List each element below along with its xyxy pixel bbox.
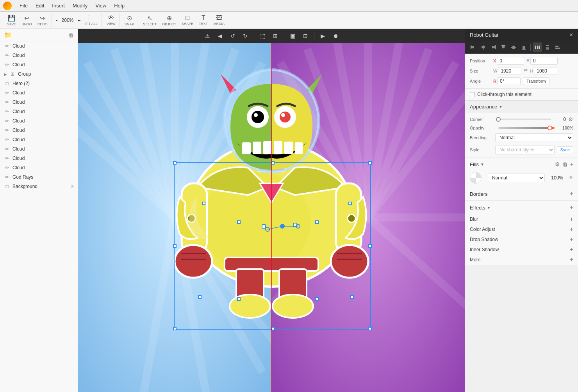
svg-rect-77 xyxy=(471,46,474,48)
fills-settings-icon[interactable]: ⚙ xyxy=(555,161,560,167)
view-button[interactable]: 👁 VIEW xyxy=(104,13,118,27)
zoom-minus-button[interactable]: - xyxy=(54,16,59,24)
zoom-plus-button[interactable]: + xyxy=(76,16,82,24)
position-section: Position X Y Size W xyxy=(465,54,578,89)
fills-chevron[interactable]: ▼ xyxy=(480,162,484,167)
layer-item[interactable]: ✏ Cloud xyxy=(0,163,78,172)
layer-item[interactable]: ✏ Cloud xyxy=(0,98,78,107)
canvas-play-button[interactable]: ▶ xyxy=(318,30,328,41)
layer-item[interactable]: ✏ Cloud xyxy=(0,135,78,144)
layer-item[interactable]: ✏ Cloud xyxy=(0,154,78,163)
canvas-redo-button[interactable]: ↻ xyxy=(240,30,251,41)
click-through-label: Click-through this element xyxy=(477,92,532,97)
canvas-frame-button[interactable]: ⬚ xyxy=(257,30,268,41)
select-button[interactable]: ↖ SELECT xyxy=(141,13,159,28)
layer-item[interactable]: ✏ Cloud xyxy=(0,126,78,135)
canvas-warning-button[interactable]: ⚠ xyxy=(202,30,213,41)
layer-pen-icon: ✏ xyxy=(4,43,10,49)
borders-add-button[interactable]: + xyxy=(570,190,573,197)
fills-delete-icon[interactable]: 🗑 xyxy=(562,161,568,167)
more-label: More xyxy=(470,257,480,263)
canvas-back-button[interactable]: ◀ xyxy=(215,30,226,41)
fill-mode-select[interactable]: Normal xyxy=(488,174,545,182)
width-field[interactable] xyxy=(498,67,521,75)
layer-item[interactable]: ✏ Cloud xyxy=(0,51,78,60)
undo-button[interactable]: ↩ UNDO xyxy=(19,13,34,28)
align-right-btn[interactable] xyxy=(489,43,498,52)
layer-background-item[interactable]: □ X Background ⊘ xyxy=(0,182,78,191)
align-center-v-btn[interactable] xyxy=(509,43,518,52)
redo-button[interactable]: ↪ REDO xyxy=(35,13,50,28)
effects-add-button[interactable]: + xyxy=(570,204,573,211)
layer-folder-icon[interactable]: 📁 xyxy=(4,31,12,39)
layer-pen-icon: ✏ xyxy=(4,90,10,96)
align-option-btn[interactable] xyxy=(553,43,562,52)
layer-item[interactable]: ✏ Cloud xyxy=(0,116,78,126)
canvas-grid-button[interactable]: ⊞ xyxy=(270,30,281,41)
canvas-layout-button[interactable]: ▣ xyxy=(287,30,298,41)
layer-hero-item[interactable]: □ Hero (2) xyxy=(0,79,78,88)
menu-view[interactable]: View xyxy=(92,2,109,9)
blur-add-button[interactable]: + xyxy=(570,216,573,223)
more-add-button[interactable]: + xyxy=(570,256,573,263)
angle-field[interactable] xyxy=(497,77,521,85)
fit-all-button[interactable]: ⛶ FIT ALL xyxy=(83,13,100,27)
canvas-area[interactable]: ⚠ ◀ ↺ ↻ ⬚ ⊞ ▣ ⊡ ▶ ⏺ xyxy=(78,29,465,392)
layer-vis-icon[interactable]: ⊘ xyxy=(70,184,74,189)
svg-rect-64 xyxy=(263,141,272,154)
canvas-export-button[interactable]: ⊡ xyxy=(300,30,311,41)
appearance-section-header[interactable]: Appearance ▼ xyxy=(465,101,578,113)
color-adjust-add-button[interactable]: + xyxy=(570,226,573,233)
drop-shadow-add-button[interactable]: + xyxy=(570,236,573,243)
save-button[interactable]: 💾 SAVE xyxy=(5,13,18,28)
close-button[interactable]: ✕ xyxy=(569,32,573,38)
canvas-record-button[interactable]: ⏺ xyxy=(330,30,341,41)
y-field[interactable] xyxy=(530,57,558,65)
style-select[interactable]: No shared styles xyxy=(495,145,555,154)
layer-delete-button[interactable]: 🗑 xyxy=(68,32,74,38)
distribute-h-btn[interactable] xyxy=(533,43,542,52)
fill-color-preview[interactable] xyxy=(470,172,482,184)
layer-item[interactable]: ✏ Cloud xyxy=(0,88,78,98)
canvas-undo-button[interactable]: ↺ xyxy=(227,30,238,41)
layer-item[interactable]: ✏ Cloud xyxy=(0,107,78,116)
height-field[interactable] xyxy=(534,67,557,75)
sync-button[interactable]: Sync xyxy=(557,146,573,153)
inner-shadow-add-button[interactable]: + xyxy=(570,246,573,253)
opacity-slider[interactable] xyxy=(498,127,555,129)
blending-select[interactable]: Normal Multiply Screen xyxy=(495,133,573,142)
layer-group-icon: ⊞ xyxy=(9,71,16,77)
borders-section: Borders + xyxy=(465,187,578,201)
layer-item[interactable]: ✏ Cloud xyxy=(0,60,78,69)
distribute-v-btn[interactable] xyxy=(543,43,552,52)
undo-icon: ↩ xyxy=(24,14,29,22)
layer-group-item[interactable]: ▶ ⊞ Group xyxy=(0,69,78,79)
align-bottom-btn[interactable] xyxy=(519,43,528,52)
menu-insert[interactable]: Insert xyxy=(49,2,68,9)
fills-add-icon[interactable]: + xyxy=(570,161,573,167)
click-through-checkbox[interactable] xyxy=(470,92,475,97)
media-button[interactable]: 🖼 MEDIA xyxy=(211,13,227,27)
menu-edit[interactable]: Edit xyxy=(32,2,47,9)
layer-god-rays-item[interactable]: ✏ God Rays xyxy=(0,172,78,182)
snap-button[interactable]: ⊙ SNAP xyxy=(122,13,137,28)
link-icon[interactable]: ⇌ xyxy=(524,67,528,75)
transform-button[interactable]: Transform xyxy=(523,77,549,85)
align-top-btn[interactable] xyxy=(499,43,508,52)
align-left-btn[interactable] xyxy=(468,43,478,52)
object-button[interactable]: ⊕ OBJECT xyxy=(160,13,178,28)
menu-modify[interactable]: Modify xyxy=(70,2,91,9)
corner-settings-icon[interactable]: ⚙ xyxy=(568,116,573,122)
menu-file[interactable]: File xyxy=(16,2,31,9)
layer-item[interactable]: ✏ Cloud xyxy=(0,144,78,154)
shape-button[interactable]: □ SHAPE xyxy=(179,13,196,27)
fill-visibility-toggle[interactable]: 👁 xyxy=(569,175,573,181)
layer-item[interactable]: ✏ Cloud xyxy=(0,41,78,51)
text-button[interactable]: T TEXT xyxy=(196,13,210,27)
menu-help[interactable]: Help xyxy=(111,2,128,9)
x-field[interactable] xyxy=(497,57,524,65)
align-center-h-btn[interactable] xyxy=(478,43,488,52)
angle-input: R xyxy=(493,77,521,85)
corner-slider[interactable] xyxy=(498,119,551,120)
effects-chevron[interactable]: ▼ xyxy=(487,206,491,210)
